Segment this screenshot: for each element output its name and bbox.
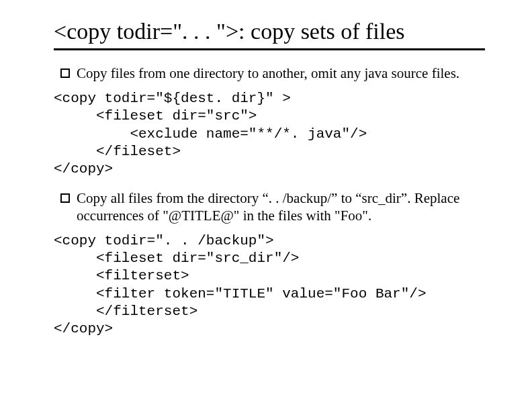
code-block: <copy todir=". . /backup"> <fileset dir=… <box>54 232 485 338</box>
bullet-text: Copy all files from the directory “. . /… <box>77 190 485 224</box>
bullet-item: Copy files from one directory to another… <box>60 65 485 82</box>
bullet-item: Copy all files from the directory “. . /… <box>60 190 485 224</box>
square-bullet-icon <box>60 193 70 203</box>
code-block: <copy todir="${dest. dir}" > <fileset di… <box>54 90 485 178</box>
bullet-text: Copy files from one directory to another… <box>77 65 485 82</box>
square-bullet-icon <box>60 68 70 78</box>
slide-title: <copy todir=". . . ">: copy sets of file… <box>54 19 485 50</box>
